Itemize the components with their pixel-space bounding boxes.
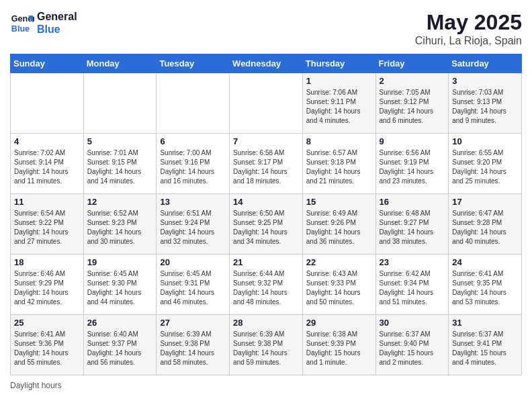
day-info: Sunrise: 6:42 AM Sunset: 9:34 PM Dayligh…: [380, 269, 445, 307]
logo: General Blue General Blue: [10, 10, 77, 36]
day-number: 17: [452, 197, 518, 207]
day-number: 26: [87, 318, 153, 328]
day-number: 21: [233, 257, 299, 267]
day-number: 24: [452, 257, 518, 267]
page-header: General Blue General Blue May 2025 Cihur…: [10, 10, 522, 47]
day-info: Sunrise: 7:00 AM Sunset: 9:16 PM Dayligh…: [160, 148, 226, 186]
day-number: 1: [306, 76, 372, 86]
day-info: Sunrise: 7:05 AM Sunset: 9:12 PM Dayligh…: [380, 88, 445, 126]
calendar-cell: 2Sunrise: 7:05 AM Sunset: 9:12 PM Daylig…: [375, 73, 449, 134]
day-number: 4: [14, 136, 80, 146]
day-info: Sunrise: 6:39 AM Sunset: 9:38 PM Dayligh…: [160, 330, 226, 367]
calendar-cell: 6Sunrise: 7:00 AM Sunset: 9:16 PM Daylig…: [157, 134, 230, 194]
day-info: Sunrise: 6:37 AM Sunset: 9:40 PM Dayligh…: [380, 330, 445, 367]
day-number: 13: [160, 197, 226, 207]
calendar-cell: 21Sunrise: 6:44 AM Sunset: 9:32 PM Dayli…: [230, 255, 303, 315]
day-number: 18: [14, 257, 80, 267]
calendar-table: SundayMondayTuesdayWednesdayThursdayFrid…: [10, 54, 522, 375]
calendar-cell: 18Sunrise: 6:46 AM Sunset: 9:29 PM Dayli…: [11, 255, 84, 315]
day-info: Sunrise: 7:06 AM Sunset: 9:11 PM Dayligh…: [306, 88, 372, 126]
calendar-cell: 9Sunrise: 6:56 AM Sunset: 9:19 PM Daylig…: [375, 134, 449, 194]
day-number: 19: [87, 257, 153, 267]
month-title: May 2025: [415, 10, 522, 35]
calendar-cell: [83, 73, 157, 134]
day-info: Sunrise: 7:01 AM Sunset: 9:15 PM Dayligh…: [87, 148, 153, 186]
day-number: 25: [14, 318, 80, 328]
calendar-cell: 20Sunrise: 6:45 AM Sunset: 9:31 PM Dayli…: [157, 255, 230, 315]
day-info: Sunrise: 6:41 AM Sunset: 9:36 PM Dayligh…: [14, 330, 80, 367]
day-number: 30: [380, 318, 445, 328]
calendar-week-3: 11Sunrise: 6:54 AM Sunset: 9:22 PM Dayli…: [11, 194, 522, 255]
day-info: Sunrise: 6:45 AM Sunset: 9:30 PM Dayligh…: [87, 269, 153, 307]
day-info: Sunrise: 6:38 AM Sunset: 9:39 PM Dayligh…: [306, 330, 372, 367]
day-number: 16: [380, 197, 445, 207]
calendar-week-5: 25Sunrise: 6:41 AM Sunset: 9:36 PM Dayli…: [11, 315, 522, 375]
day-info: Sunrise: 6:57 AM Sunset: 9:18 PM Dayligh…: [306, 148, 372, 186]
day-header-sunday: Sunday: [11, 54, 84, 73]
day-info: Sunrise: 6:39 AM Sunset: 9:38 PM Dayligh…: [233, 330, 299, 367]
calendar-cell: 31Sunrise: 6:37 AM Sunset: 9:41 PM Dayli…: [449, 315, 522, 375]
calendar-cell: 29Sunrise: 6:38 AM Sunset: 9:39 PM Dayli…: [302, 315, 375, 375]
day-number: 9: [380, 136, 445, 146]
calendar-cell: 12Sunrise: 6:52 AM Sunset: 9:23 PM Dayli…: [83, 194, 157, 255]
logo-blue: Blue: [37, 23, 77, 36]
day-header-wednesday: Wednesday: [230, 54, 303, 73]
day-info: Sunrise: 6:51 AM Sunset: 9:24 PM Dayligh…: [160, 209, 226, 246]
day-number: 10: [452, 136, 518, 146]
calendar-cell: 14Sunrise: 6:50 AM Sunset: 9:25 PM Dayli…: [230, 194, 303, 255]
day-number: 11: [14, 197, 80, 207]
day-number: 8: [306, 136, 372, 146]
calendar-cell: 10Sunrise: 6:55 AM Sunset: 9:20 PM Dayli…: [449, 134, 522, 194]
calendar-cell: 24Sunrise: 6:41 AM Sunset: 9:35 PM Dayli…: [449, 255, 522, 315]
day-info: Sunrise: 6:37 AM Sunset: 9:41 PM Dayligh…: [452, 330, 518, 367]
calendar-cell: 25Sunrise: 6:41 AM Sunset: 9:36 PM Dayli…: [11, 315, 84, 375]
calendar-cell: 17Sunrise: 6:47 AM Sunset: 9:28 PM Dayli…: [449, 194, 522, 255]
day-info: Sunrise: 6:48 AM Sunset: 9:27 PM Dayligh…: [380, 209, 445, 246]
day-info: Sunrise: 6:46 AM Sunset: 9:29 PM Dayligh…: [14, 269, 80, 307]
logo-general: General: [37, 10, 77, 23]
logo-icon: General Blue: [10, 11, 34, 35]
day-info: Sunrise: 6:44 AM Sunset: 9:32 PM Dayligh…: [233, 269, 299, 307]
day-info: Sunrise: 6:47 AM Sunset: 9:28 PM Dayligh…: [452, 209, 518, 246]
day-info: Sunrise: 6:58 AM Sunset: 9:17 PM Dayligh…: [233, 148, 299, 186]
calendar-cell: [11, 73, 84, 134]
daylight-label: Daylight hours: [10, 381, 62, 390]
calendar-cell: 16Sunrise: 6:48 AM Sunset: 9:27 PM Dayli…: [375, 194, 449, 255]
footer-note: Daylight hours: [10, 381, 522, 390]
calendar-cell: 23Sunrise: 6:42 AM Sunset: 9:34 PM Dayli…: [375, 255, 449, 315]
svg-text:Blue: Blue: [11, 24, 30, 34]
calendar-cell: 15Sunrise: 6:49 AM Sunset: 9:26 PM Dayli…: [302, 194, 375, 255]
calendar-cell: [230, 73, 303, 134]
calendar-week-4: 18Sunrise: 6:46 AM Sunset: 9:29 PM Dayli…: [11, 255, 522, 315]
day-number: 28: [233, 318, 299, 328]
calendar-cell: 11Sunrise: 6:54 AM Sunset: 9:22 PM Dayli…: [11, 194, 84, 255]
day-number: 31: [452, 318, 518, 328]
day-info: Sunrise: 6:55 AM Sunset: 9:20 PM Dayligh…: [452, 148, 518, 186]
location-label: Cihuri, La Rioja, Spain: [415, 35, 522, 47]
day-info: Sunrise: 6:50 AM Sunset: 9:25 PM Dayligh…: [233, 209, 299, 246]
calendar-week-1: 1Sunrise: 7:06 AM Sunset: 9:11 PM Daylig…: [11, 73, 522, 134]
calendar-cell: 30Sunrise: 6:37 AM Sunset: 9:40 PM Dayli…: [375, 315, 449, 375]
day-info: Sunrise: 6:49 AM Sunset: 9:26 PM Dayligh…: [306, 209, 372, 246]
calendar-header: SundayMondayTuesdayWednesdayThursdayFrid…: [11, 54, 522, 73]
day-number: 27: [160, 318, 226, 328]
day-info: Sunrise: 6:54 AM Sunset: 9:22 PM Dayligh…: [14, 209, 80, 246]
day-number: 6: [160, 136, 226, 146]
calendar-cell: [157, 73, 230, 134]
day-number: 23: [380, 257, 445, 267]
day-info: Sunrise: 6:41 AM Sunset: 9:35 PM Dayligh…: [452, 269, 518, 307]
day-number: 7: [233, 136, 299, 146]
day-info: Sunrise: 6:45 AM Sunset: 9:31 PM Dayligh…: [160, 269, 226, 307]
day-number: 5: [87, 136, 153, 146]
calendar-cell: 13Sunrise: 6:51 AM Sunset: 9:24 PM Dayli…: [157, 194, 230, 255]
day-header-saturday: Saturday: [449, 54, 522, 73]
day-number: 29: [306, 318, 372, 328]
day-info: Sunrise: 7:02 AM Sunset: 9:14 PM Dayligh…: [14, 148, 80, 186]
title-block: May 2025 Cihuri, La Rioja, Spain: [415, 10, 522, 47]
day-info: Sunrise: 6:52 AM Sunset: 9:23 PM Dayligh…: [87, 209, 153, 246]
day-number: 3: [452, 76, 518, 86]
calendar-cell: 19Sunrise: 6:45 AM Sunset: 9:30 PM Dayli…: [83, 255, 157, 315]
calendar-cell: 28Sunrise: 6:39 AM Sunset: 9:38 PM Dayli…: [230, 315, 303, 375]
calendar-cell: 7Sunrise: 6:58 AM Sunset: 9:17 PM Daylig…: [230, 134, 303, 194]
calendar-cell: 5Sunrise: 7:01 AM Sunset: 9:15 PM Daylig…: [83, 134, 157, 194]
